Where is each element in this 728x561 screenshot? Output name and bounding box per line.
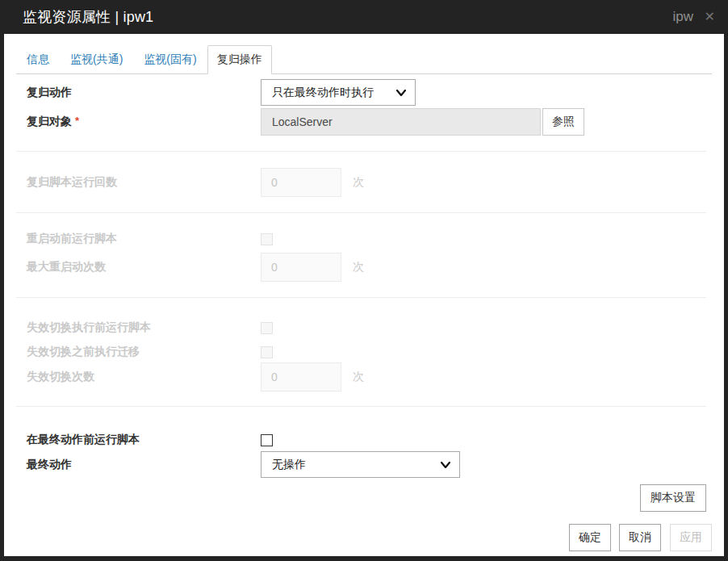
failover-script-checkbox	[261, 322, 273, 334]
section-divider	[16, 212, 706, 213]
final-action-label: 最终动作	[27, 458, 261, 472]
script-settings-button[interactable]: 脚本设置	[640, 484, 706, 512]
max-restart-count-unit: 次	[353, 260, 364, 274]
failover-count-label: 失效切换次数	[27, 370, 261, 384]
tab-monitor-special[interactable]: 监视(固有)	[133, 46, 207, 73]
apply-button: 应用	[670, 524, 712, 551]
recovery-target-label: 复归对象*	[27, 115, 261, 129]
final-action-script-label: 在最终动作前运行脚本	[27, 433, 261, 447]
failover-count-row: 失效切换次数 0 次	[27, 362, 708, 391]
tab-monitor-common[interactable]: 监视(共通)	[60, 46, 133, 73]
chevron-down-icon	[440, 459, 451, 471]
max-restart-count-input: 0	[261, 253, 341, 282]
recovery-script-count-input: 0	[261, 168, 341, 197]
recovery-action-row: 复归动作 只在最终动作时执行	[27, 79, 708, 106]
browse-button[interactable]: 参照	[542, 108, 584, 136]
recovery-script-count-unit: 次	[353, 175, 364, 190]
restart-script-row: 重启动前运行脚本	[27, 228, 708, 250]
close-icon[interactable]: ✕	[705, 10, 715, 23]
section-divider	[16, 406, 706, 407]
recovery-action-select[interactable]: 只在最终动作时执行	[261, 79, 416, 106]
dialog-title: 监视资源属性 | ipw1	[23, 7, 153, 27]
final-action-row: 最终动作 无操作	[27, 451, 708, 478]
dialog-body: 信息 监视(共通) 监视(固有) 复归操作 复归动作 只在最终动作时执行 复归对…	[4, 34, 724, 556]
final-action-script-row: 在最终动作前运行脚本	[27, 428, 708, 452]
failover-migration-checkbox	[261, 346, 273, 358]
failover-count-input: 0	[261, 362, 341, 391]
failover-count-unit: 次	[353, 370, 364, 384]
chevron-down-icon	[395, 87, 407, 98]
section-divider	[16, 297, 706, 298]
max-restart-count-row: 最大重启动次数 0 次	[27, 253, 708, 282]
cancel-button[interactable]: 取消	[619, 524, 661, 551]
final-action-value: 无操作	[272, 458, 306, 472]
ok-button[interactable]: 确定	[569, 524, 611, 551]
failover-migration-row: 失效切换之前执行迁移	[27, 341, 708, 363]
recovery-target-label-text: 复归对象	[27, 115, 72, 128]
recovery-action-label: 复归动作	[27, 86, 261, 100]
section-divider	[16, 151, 706, 152]
dialog-titlebar: 监视资源属性 | ipw1 ipw ✕	[0, 0, 728, 34]
recovery-action-value: 只在最终动作时执行	[272, 86, 374, 100]
failover-script-label: 失效切换执行前运行脚本	[27, 320, 261, 335]
max-restart-count-label: 最大重启动次数	[27, 260, 261, 274]
recovery-script-count-label: 复归脚本运行回数	[27, 175, 261, 190]
background-page-label: ipw	[672, 9, 693, 25]
failover-migration-label: 失效切换之前执行迁移	[27, 345, 261, 359]
tab-info[interactable]: 信息	[16, 46, 60, 73]
recovery-target-row: 复归对象* LocalServer 参照	[27, 108, 708, 136]
restart-script-label: 重启动前运行脚本	[27, 232, 261, 246]
tab-bar: 信息 监视(共通) 监视(固有) 复归操作	[16, 45, 712, 74]
failover-script-row: 失效切换执行前运行脚本	[27, 316, 708, 339]
final-action-select[interactable]: 无操作	[261, 451, 460, 478]
final-action-script-checkbox[interactable]	[261, 434, 273, 446]
required-asterisk: *	[75, 115, 79, 127]
recovery-target-field[interactable]: LocalServer	[261, 108, 541, 136]
restart-script-checkbox	[261, 233, 273, 245]
recovery-script-count-row: 复归脚本运行回数 0 次	[27, 168, 708, 197]
tab-recovery-action[interactable]: 复归操作	[207, 45, 272, 74]
